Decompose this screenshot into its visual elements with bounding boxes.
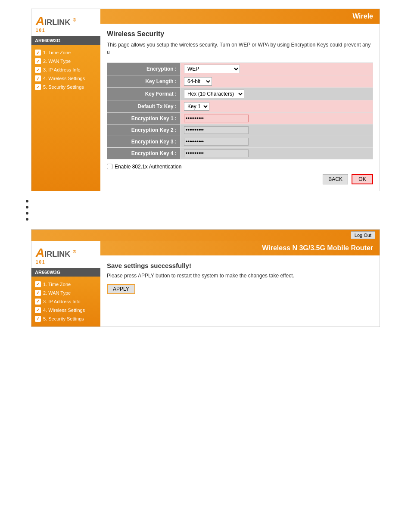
table-row: Encryption Key 3 : <box>107 136 373 147</box>
label-defaulttxkey: Default Tx Key : <box>107 100 181 112</box>
bullet-item-1 <box>26 200 411 202</box>
logo-2: AIRLINK ® 101 <box>36 246 96 264</box>
sidebar2-item-wireless[interactable]: 4. Wireless Settings <box>31 306 100 314</box>
sidebar2-item-ipaddress[interactable]: 3. IP Address Info <box>31 297 100 306</box>
value-enckey4 <box>181 147 373 159</box>
router-panel-1: AIRLINK ® 101 AR660W3G 1. Time Zone 2. W… <box>31 9 380 191</box>
label-encryption: Encryption : <box>107 62 181 75</box>
check-icon-1 <box>35 50 41 56</box>
logo-area-2: AIRLINK ® 101 <box>31 241 100 268</box>
nav-label-3: 3. IP Address Info <box>43 67 81 72</box>
checkbox-label: Enable 802.1x Authentication <box>115 164 181 170</box>
keyformat-select[interactable]: Hex (10 Characters) ASCII (5 Characters) <box>184 90 244 98</box>
table-row: Encryption : WEP WPA None <box>107 62 373 75</box>
logout-button[interactable]: Log Out <box>351 231 375 239</box>
logo-1: AIRLINK ® 101 <box>36 14 96 33</box>
router-panel-2: Log Out AIRLINK ® 101 AR660W3G 1. Time Z… <box>31 229 380 327</box>
main-content-1: Wirele Wireless Security This page allow… <box>100 9 380 191</box>
value-enckey1 <box>181 112 373 124</box>
bullet-dot-1 <box>26 200 28 202</box>
check-icon-3 <box>35 67 41 73</box>
back-button[interactable]: BACK <box>323 174 348 184</box>
table-row: Encryption Key 4 : <box>107 147 373 159</box>
content-area-2: Save settings successfully! Please press… <box>100 255 380 301</box>
top-header-2: Wireless N 3G/3.5G Mobile Router <box>100 241 380 255</box>
sidebar2-item-timezone[interactable]: 1. Time Zone <box>31 280 100 289</box>
value-enckey3 <box>181 136 373 147</box>
settings-table-1: Encryption : WEP WPA None Key Length : <box>107 62 373 159</box>
sidebar2-item-wantype[interactable]: 2. WAN Type <box>31 289 100 297</box>
model-label-1: AR660W3G <box>31 36 100 45</box>
label-keylength: Key Length : <box>107 75 181 87</box>
panel2-body: AIRLINK ® 101 AR660W3G 1. Time Zone 2. W… <box>31 241 380 327</box>
page-desc-1: This page allows you setup the wireless … <box>107 41 373 56</box>
label-enckey2: Encryption Key 2 : <box>107 124 181 136</box>
enckey1-input[interactable] <box>184 115 249 122</box>
label-enckey4: Encryption Key 4 : <box>107 147 181 159</box>
button-row-1: BACK OK <box>107 174 373 184</box>
content-area-1: Wireless Security This page allows you s… <box>100 24 380 191</box>
nav-label-1: 1. Time Zone <box>43 50 71 55</box>
table-row: Encryption Key 1 : <box>107 112 373 124</box>
table-row: Key Format : Hex (10 Characters) ASCII (… <box>107 87 373 100</box>
enckey2-input[interactable] <box>184 126 249 134</box>
value-enckey2 <box>181 124 373 136</box>
defaulttxkey-select[interactable]: Key 1 Key 2 Key 3 Key 4 <box>184 102 209 111</box>
value-defaulttxkey: Key 1 Key 2 Key 3 Key 4 <box>181 100 373 112</box>
main-content-2: Wireless N 3G/3.5G Mobile Router Save se… <box>100 241 380 327</box>
bullet-section <box>26 200 411 221</box>
nav2-label-2: 2. WAN Type <box>43 290 71 296</box>
enckey3-input[interactable] <box>184 138 249 146</box>
nav2-label-4: 4. Wireless Settings <box>43 308 85 313</box>
value-keylength: 64-bit 128-bit <box>181 75 373 87</box>
apply-button[interactable]: APPLY <box>107 284 135 294</box>
sidebar-item-wireless[interactable]: 4. Wireless Settings <box>31 74 100 83</box>
sidebar-item-security[interactable]: 5. Security Settings <box>31 83 100 91</box>
check-icon-22 <box>35 290 41 296</box>
sidebar-item-wantype[interactable]: 2. WAN Type <box>31 57 100 65</box>
sidebar-item-timezone[interactable]: 1. Time Zone <box>31 48 100 57</box>
label-enckey3: Encryption Key 3 : <box>107 136 181 147</box>
nav2-label-5: 5. Security Settings <box>43 316 84 321</box>
success-desc: Please press APPLY button to restart the… <box>107 273 373 279</box>
nav-items-1: 1. Time Zone 2. WAN Type 3. IP Address I… <box>31 45 100 95</box>
sidebar-1: AIRLINK ® 101 AR660W3G 1. Time Zone 2. W… <box>31 9 100 191</box>
encryption-select[interactable]: WEP WPA None <box>184 65 240 73</box>
enckey4-input[interactable] <box>184 149 249 157</box>
nav2-label-3: 3. IP Address Info <box>43 299 81 304</box>
nav-label-5: 5. Security Settings <box>43 84 84 90</box>
check-icon-2 <box>35 58 41 64</box>
model-label-2: AR660W3G <box>31 268 100 277</box>
sidebar-item-ipaddress[interactable]: 3. IP Address Info <box>31 65 100 74</box>
sidebar-2: AIRLINK ® 101 AR660W3G 1. Time Zone 2. W… <box>31 241 100 327</box>
table-row: Default Tx Key : Key 1 Key 2 Key 3 Key 4 <box>107 100 373 112</box>
sidebar2-item-security[interactable]: 5. Security Settings <box>31 314 100 323</box>
checkbox-row: Enable 802.1x Authentication <box>107 164 373 170</box>
label-enckey1: Encryption Key 1 : <box>107 112 181 124</box>
value-encryption: WEP WPA None <box>181 62 373 75</box>
ok-button[interactable]: OK <box>352 174 373 184</box>
nav2-label-1: 1. Time Zone <box>43 282 71 287</box>
label-keyformat: Key Format : <box>107 87 181 100</box>
check-icon-21 <box>35 281 41 287</box>
nav-items-2: 1. Time Zone 2. WAN Type 3. IP Address I… <box>31 277 100 327</box>
bullet-item-4 <box>26 218 411 221</box>
check-icon-5 <box>35 84 41 90</box>
check-icon-24 <box>35 307 41 313</box>
bullet-dot-2 <box>26 206 28 208</box>
bullet-item-3 <box>26 212 411 215</box>
bullet-dot-3 <box>26 212 28 215</box>
success-title: Save settings successfully! <box>107 262 373 269</box>
bullet-dot-4 <box>26 218 28 221</box>
check-icon-25 <box>35 316 41 322</box>
page-title-1: Wireless Security <box>107 30 373 38</box>
keylength-select[interactable]: 64-bit 128-bit <box>184 77 212 86</box>
logo-area-1: AIRLINK ® 101 <box>31 9 100 36</box>
value-keyformat: Hex (10 Characters) ASCII (5 Characters) <box>181 87 373 100</box>
enable-8021x-checkbox[interactable] <box>107 164 112 169</box>
top-bar-2: Log Out <box>31 230 380 241</box>
table-row: Key Length : 64-bit 128-bit <box>107 75 373 87</box>
top-header-1: Wirele <box>100 9 380 24</box>
check-icon-23 <box>35 299 41 305</box>
nav-label-4: 4. Wireless Settings <box>43 76 85 81</box>
